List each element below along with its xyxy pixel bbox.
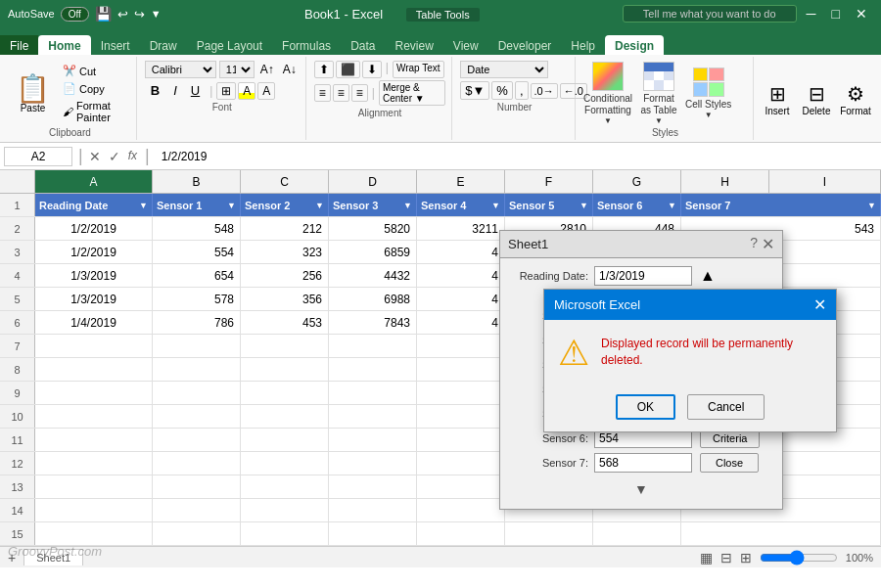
cell-date[interactable]: 1/2/2019 [35, 241, 153, 263]
dialog-scroll-down[interactable]: ▼ [510, 477, 772, 501]
cell-sensor[interactable]: 256 [241, 264, 329, 287]
view-layout-icon[interactable]: ⊟ [720, 550, 732, 565]
cell-date[interactable] [35, 522, 153, 545]
tab-developer[interactable]: Developer [488, 35, 562, 55]
view-page-break-icon[interactable]: ⊞ [740, 550, 752, 565]
excel-confirm-dialog[interactable]: Microsoft Excel ✕ ⚠ Displayed record wil… [543, 289, 837, 432]
cell-date[interactable] [35, 382, 153, 404]
cell-sensor[interactable]: 5820 [329, 217, 417, 240]
col-header-B[interactable]: B [153, 170, 241, 193]
header-cell-H1[interactable]: Sensor 7 ▼ [681, 194, 881, 216]
tab-page-layout[interactable]: Page Layout [187, 35, 272, 55]
col-header-G[interactable]: G [593, 170, 681, 193]
header-cell-F1[interactable]: Sensor 5 ▼ [505, 194, 593, 216]
cell-sensor[interactable] [241, 358, 329, 381]
cell-sensor[interactable]: 6859 [329, 241, 417, 263]
cell-sensor[interactable] [329, 382, 417, 404]
filter-arrow-A[interactable]: ▼ [139, 201, 148, 210]
cell-date[interactable] [35, 405, 153, 428]
cancel-button[interactable]: Cancel [687, 394, 765, 420]
cell-sensor[interactable]: 654 [153, 264, 241, 287]
undo-icon[interactable]: ↩ [117, 7, 128, 22]
font-grow-icon[interactable]: A↑ [257, 61, 277, 78]
align-top-icon[interactable]: ⬆ [314, 61, 334, 78]
dialog-close-btn[interactable]: ✕ [762, 235, 774, 253]
header-cell-B1[interactable]: Sensor 1 ▼ [153, 194, 241, 216]
ok-button[interactable]: OK [616, 394, 675, 420]
cell-sensor[interactable] [417, 405, 505, 428]
cell-sensor[interactable] [153, 522, 241, 545]
col-header-E[interactable]: E [417, 170, 505, 193]
cell-sensor[interactable]: 356 [241, 288, 329, 310]
cell-sensor[interactable] [329, 522, 417, 545]
tab-view[interactable]: View [443, 35, 488, 55]
percent-button[interactable]: % [491, 81, 513, 100]
confirm-formula-icon[interactable]: ✓ [109, 149, 120, 164]
cell-sensor[interactable] [329, 499, 417, 521]
header-cell-A1[interactable]: Reading Date ▼ [35, 194, 153, 216]
filter-arrow-F[interactable]: ▼ [580, 201, 588, 210]
format-cells-button[interactable]: ⚙ Format [840, 82, 871, 116]
number-format-select[interactable]: DateGeneralNumberCurrency [460, 61, 548, 78]
cell-sensor[interactable] [417, 499, 505, 521]
insert-cells-button[interactable]: ⊞ Insert [762, 82, 793, 116]
tab-review[interactable]: Review [385, 35, 442, 55]
nav-up-btn[interactable]: ▲ [700, 267, 716, 285]
border-button[interactable]: ⊞ [216, 82, 236, 100]
filter-arrow-H[interactable]: ▼ [867, 201, 876, 210]
cell-sensor[interactable] [329, 429, 417, 451]
align-left-icon[interactable]: ≡ [314, 84, 331, 102]
minimize-btn[interactable]: ─ [801, 6, 822, 22]
cell-sensor[interactable]: 4432 [329, 264, 417, 287]
dialog-help-btn[interactable]: ? [750, 235, 758, 253]
filter-arrow-G[interactable]: ▼ [668, 201, 676, 210]
cell-sensor[interactable] [241, 335, 329, 357]
tab-draw[interactable]: Draw [140, 35, 187, 55]
zoom-slider[interactable] [760, 550, 838, 565]
tab-insert[interactable]: Insert [91, 35, 140, 55]
underline-button[interactable]: U [185, 81, 206, 100]
conditional-formatting-button[interactable]: Conditional Formatting ▼ [583, 62, 632, 125]
cell-sensor[interactable]: 3211 [417, 217, 505, 240]
tab-home[interactable]: Home [38, 35, 90, 55]
col-header-D[interactable]: D [329, 170, 417, 193]
cell-sensor[interactable] [681, 522, 881, 545]
cell-sensor[interactable] [329, 475, 417, 498]
cell-sensor[interactable]: 7843 [329, 311, 417, 334]
customize-icon[interactable]: ▼ [151, 8, 162, 20]
cell-sensor[interactable] [417, 335, 505, 357]
cell-sensor[interactable] [329, 405, 417, 428]
cell-sensor[interactable]: 578 [153, 288, 241, 310]
copy-button[interactable]: 📄Copy [60, 81, 130, 96]
align-middle-icon[interactable]: ⬛ [336, 61, 360, 78]
cell-sensor[interactable] [241, 475, 329, 498]
cell-sensor[interactable]: 212 [241, 217, 329, 240]
align-center-icon[interactable]: ≡ [333, 84, 349, 102]
cell-sensor[interactable] [153, 358, 241, 381]
cell-sensor[interactable]: 323 [241, 241, 329, 263]
cancel-formula-icon[interactable]: ✕ [89, 149, 101, 164]
bold-button[interactable]: B [145, 81, 165, 100]
cell-sensor[interactable]: 6988 [329, 288, 417, 310]
cell-sensor[interactable]: 4 [417, 264, 505, 287]
formula-input[interactable] [158, 148, 877, 165]
cell-sensor[interactable] [153, 475, 241, 498]
close-form-button[interactable]: Close [700, 453, 759, 473]
cell-sensor[interactable]: 4 [417, 241, 505, 263]
cell-sensor[interactable] [417, 522, 505, 545]
cell-sensor[interactable] [417, 452, 505, 475]
redo-icon[interactable]: ↪ [134, 7, 145, 22]
filter-arrow-C[interactable]: ▼ [315, 201, 324, 210]
cell-sensor[interactable] [153, 382, 241, 404]
filter-arrow-D[interactable]: ▼ [403, 201, 412, 210]
cell-sensor[interactable] [329, 358, 417, 381]
format-painter-button[interactable]: 🖌Format Painter [60, 99, 130, 124]
maximize-btn[interactable]: □ [826, 6, 846, 22]
cell-styles-button[interactable]: Cell Styles ▼ [685, 68, 731, 119]
sensor7-input[interactable] [594, 453, 692, 473]
header-cell-E1[interactable]: Sensor 4 ▼ [417, 194, 505, 216]
cell-date[interactable]: 1/3/2019 [35, 288, 153, 310]
name-box[interactable] [4, 147, 72, 166]
col-header-F[interactable]: F [505, 170, 593, 193]
cell-sensor[interactable] [417, 429, 505, 451]
